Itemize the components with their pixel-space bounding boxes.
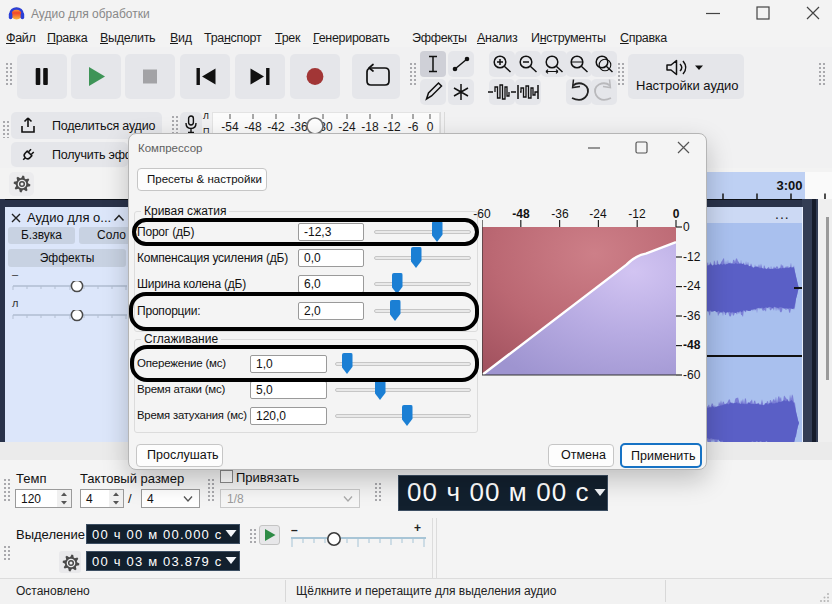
- svg-text:-36: -36: [290, 120, 308, 134]
- svg-text:-18: -18: [361, 120, 379, 134]
- svg-text:-54: -54: [221, 120, 239, 134]
- svg-text:-42: -42: [267, 120, 285, 134]
- svg-text:-48: -48: [244, 120, 262, 134]
- svg-text:-24: -24: [338, 120, 356, 134]
- svg-text:-6: -6: [408, 120, 419, 134]
- svg-text:3:00: 3:00: [776, 178, 802, 193]
- svg-text:0: 0: [427, 120, 434, 134]
- svg-text:-12: -12: [383, 120, 401, 134]
